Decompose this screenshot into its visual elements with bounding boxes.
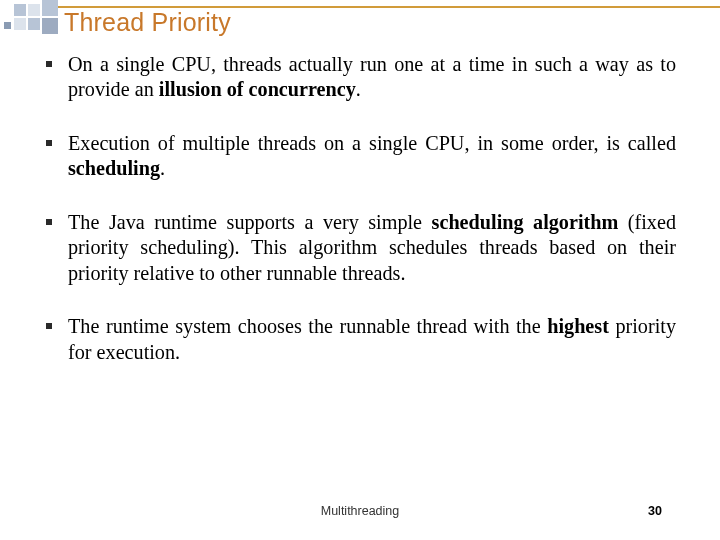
corner-decoration bbox=[0, 0, 60, 40]
bullet-text-bold: scheduling algorithm bbox=[432, 211, 619, 233]
list-item: The Java runtime supports a very simple … bbox=[44, 210, 676, 286]
slide-title: Thread Priority bbox=[64, 8, 231, 37]
bullet-text-pre: The Java runtime supports a very simple bbox=[68, 211, 432, 233]
slide-content: On a single CPU, threads actually run on… bbox=[44, 52, 676, 393]
list-item: The runtime system chooses the runnable … bbox=[44, 314, 676, 365]
page-number: 30 bbox=[648, 504, 662, 518]
list-item: Execution of multiple threads on a singl… bbox=[44, 131, 676, 182]
bullet-text-post: . bbox=[160, 157, 165, 179]
footer-topic: Multithreading bbox=[0, 504, 720, 518]
bullet-text-bold: illusion of concurrency bbox=[159, 78, 356, 100]
slide-header: Thread Priority bbox=[0, 0, 720, 32]
bullet-text-bold: scheduling bbox=[68, 157, 160, 179]
bullet-text-pre: Execution of multiple threads on a singl… bbox=[68, 132, 676, 154]
bullet-text-bold: highest bbox=[547, 315, 609, 337]
bullet-text-post: . bbox=[356, 78, 361, 100]
bullet-list: On a single CPU, threads actually run on… bbox=[44, 52, 676, 365]
slide-footer: Multithreading 30 bbox=[0, 504, 720, 524]
list-item: On a single CPU, threads actually run on… bbox=[44, 52, 676, 103]
bullet-text-pre: The runtime system chooses the runnable … bbox=[68, 315, 547, 337]
